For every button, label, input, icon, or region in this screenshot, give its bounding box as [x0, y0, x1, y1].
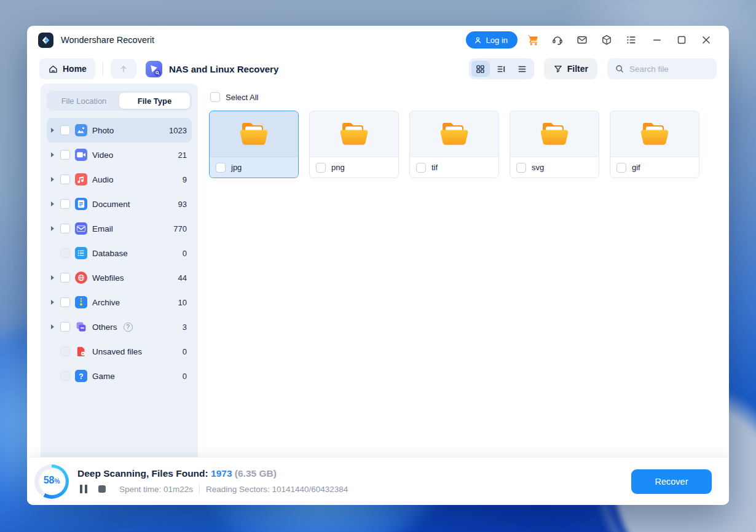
progress-percent: 58	[44, 475, 55, 485]
content-area: File LocationFile Type Photo1023Video21A…	[27, 84, 729, 457]
home-button[interactable]: Home	[39, 58, 95, 79]
folder-icon	[337, 120, 371, 148]
expand-arrow-icon[interactable]	[49, 275, 55, 280]
expand-arrow-icon[interactable]	[49, 226, 55, 231]
filter-button[interactable]: Filter	[544, 58, 597, 79]
expand-arrow-icon[interactable]	[49, 324, 55, 329]
pause-icon[interactable]	[77, 483, 90, 495]
file-card-svg[interactable]: svg	[510, 111, 599, 178]
file-card-tif[interactable]: tif	[409, 111, 499, 178]
checkbox-database	[60, 248, 70, 258]
checkbox-audio[interactable]	[60, 174, 70, 184]
reading-sectors: Reading Sectors: 10141440/60432384	[206, 485, 348, 494]
sidebar-item-count: 44	[178, 273, 187, 283]
expand-arrow-icon[interactable]	[49, 201, 55, 206]
sidebar-item-email[interactable]: Email770	[47, 216, 192, 241]
file-card-jpg[interactable]: jpg	[209, 111, 299, 178]
sidebar-item-unsaved-files[interactable]: Unsaved files0	[47, 339, 192, 364]
search-icon	[615, 64, 624, 74]
file-card-gif[interactable]: gif	[610, 111, 699, 178]
sidebar-item-label: Photo	[92, 126, 114, 135]
help-icon[interactable]: ?	[124, 323, 133, 332]
checkbox-png[interactable]	[316, 163, 326, 173]
box-icon[interactable]	[596, 31, 617, 49]
checkbox-svg[interactable]	[516, 163, 526, 173]
expand-arrow-icon[interactable]	[49, 300, 55, 305]
expand-arrow-icon[interactable]	[49, 152, 55, 157]
checkbox-photo[interactable]	[60, 125, 70, 135]
email-icon	[75, 222, 87, 235]
database-icon	[75, 247, 87, 259]
checkbox-jpg[interactable]	[216, 163, 226, 173]
sidebar-item-count: 93	[178, 200, 187, 209]
expand-arrow-icon[interactable]	[49, 177, 55, 182]
navigate-up-button[interactable]	[111, 59, 136, 79]
video-icon	[75, 149, 87, 161]
game-icon: ?	[75, 370, 87, 382]
sidebar-item-label: Game	[92, 372, 115, 381]
checkbox-document[interactable]	[60, 199, 70, 209]
files-found-size: (6.35 GB)	[235, 468, 277, 479]
sidebar-item-others[interactable]: Others?3	[47, 315, 192, 339]
mail-icon[interactable]	[572, 31, 593, 49]
folder-icon	[237, 120, 270, 148]
expand-arrow-icon[interactable]	[49, 128, 55, 133]
funnel-icon	[553, 64, 563, 74]
login-label: Log in	[486, 36, 508, 45]
sidebar-item-label: Archive	[92, 298, 120, 307]
sidebar-item-webfiles[interactable]: Webfiles44	[47, 265, 192, 290]
checkbox-webfiles[interactable]	[60, 273, 70, 283]
checkbox-tif[interactable]	[416, 163, 426, 173]
checkbox-email[interactable]	[60, 224, 70, 233]
detail-view-icon[interactable]	[492, 61, 511, 77]
checkbox-archive[interactable]	[60, 297, 70, 307]
maximize-icon[interactable]	[671, 31, 692, 49]
grid-view-icon[interactable]	[471, 61, 490, 77]
tab-file-location[interactable]: File Location	[49, 93, 119, 109]
minimize-icon[interactable]	[647, 31, 667, 49]
sidebar-item-label: Email	[92, 224, 113, 233]
archive-icon	[75, 296, 87, 308]
select-all-checkbox[interactable]	[210, 92, 220, 102]
navigation-bar: Home	[27, 54, 729, 84]
recover-button[interactable]: Recover	[631, 469, 712, 494]
sidebar-item-audio[interactable]: Audio9	[47, 167, 192, 192]
list-view-icon[interactable]	[513, 61, 532, 77]
close-icon[interactable]	[696, 31, 717, 49]
file-card-png[interactable]: png	[309, 111, 399, 178]
search-input[interactable]	[629, 65, 703, 74]
filter-label: Filter	[567, 64, 588, 74]
menu-list-icon[interactable]	[621, 31, 642, 49]
title-bar: Wondershare Recoverit Log in	[27, 26, 729, 54]
home-icon	[48, 64, 58, 74]
photo-icon	[75, 124, 87, 136]
app-window: Wondershare Recoverit Log in	[27, 26, 729, 505]
tab-file-type[interactable]: File Type	[119, 93, 190, 109]
sidebar-item-database[interactable]: Database0	[47, 241, 192, 265]
folder-icon	[438, 120, 471, 148]
sidebar-item-photo[interactable]: Photo1023	[47, 118, 192, 143]
checkbox-others[interactable]	[60, 322, 70, 332]
card-label: png	[331, 163, 345, 172]
sidebar: File LocationFile Type Photo1023Video21A…	[41, 84, 198, 457]
sidebar-item-label: Video	[92, 151, 113, 160]
checkbox-unsaved-files	[60, 346, 70, 356]
search-box[interactable]	[607, 58, 717, 79]
divider	[103, 62, 103, 76]
card-label: svg	[532, 163, 544, 172]
checkbox-video[interactable]	[60, 150, 70, 160]
progress-percent-sign: %	[54, 478, 60, 485]
sidebar-item-archive[interactable]: Archive10	[47, 290, 192, 315]
login-button[interactable]: Log in	[466, 31, 518, 49]
cart-icon[interactable]	[522, 31, 543, 49]
sidebar-item-game[interactable]: ?Game0	[47, 364, 192, 388]
stop-icon[interactable]	[96, 483, 108, 495]
document-icon	[75, 198, 87, 210]
card-label: jpg	[231, 163, 242, 172]
sidebar-item-label: Database	[92, 249, 128, 258]
headset-icon[interactable]	[547, 31, 568, 49]
sidebar-item-video[interactable]: Video21	[47, 143, 192, 167]
sidebar-item-document[interactable]: Document93	[47, 192, 192, 216]
select-all-label: Select All	[226, 93, 258, 102]
checkbox-gif[interactable]	[616, 163, 626, 173]
